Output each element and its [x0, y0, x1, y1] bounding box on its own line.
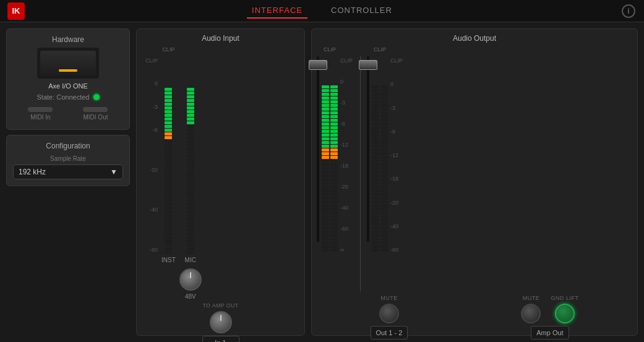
inst-clip-label: CLIP [162, 46, 174, 53]
inst-channel: CLIP [161, 46, 176, 300]
info-button[interactable]: i [622, 4, 635, 18]
input-scale: CLIP 0 -3 -6 -20 -40 -60 [142, 56, 158, 254]
mic-bar-1 [187, 56, 194, 254]
left-panel: Hardware Axe I/O ONE State: Connected MI… [6, 28, 130, 336]
logo: IK [7, 2, 25, 20]
midi-row: MIDI In MIDI Out [13, 105, 123, 123]
tab-bar: INTERFACE CONTROLLER [247, 3, 397, 19]
out12-fader-track [317, 56, 319, 242]
midi-out-pill [83, 107, 108, 112]
output-divider [360, 56, 361, 291]
out12-clip-label: CLIP [322, 46, 338, 252]
amp-mute-btn[interactable] [521, 304, 541, 323]
sample-rate-select[interactable]: 192 kHz ▼ [13, 165, 123, 179]
state-row: State: Connected [36, 93, 99, 101]
sample-rate-value: 192 kHz [19, 168, 46, 176]
out12-scale: CLIP 0 -3 -6 -12 -18 -20 -40 -60 ∞ [340, 56, 354, 254]
midi-in-pill [28, 107, 53, 112]
in1-label: In 1 [202, 336, 239, 342]
device-body [40, 51, 96, 75]
state-dot [93, 94, 100, 100]
gnd-lift-group: GND LIFT [551, 295, 578, 323]
amp-clip-label: CLIP [372, 46, 388, 252]
inst-label: INST [161, 257, 176, 263]
input-content: CLIP 0 -3 -6 -20 -40 -60 CLIP [142, 46, 299, 300]
midi-in-btn[interactable]: MIDI In [28, 107, 53, 121]
config-box: Configuration Sample Rate 192 kHz ▼ [6, 135, 130, 186]
out12-bottom: MUTE Out 1 - 2 [371, 295, 408, 340]
mic-vu-bars [187, 56, 194, 254]
hardware-title: Hardware [52, 35, 84, 44]
amp-fader-container [367, 56, 369, 242]
midi-out-label: MIDI Out [83, 114, 108, 121]
inst-vu-bars [165, 56, 172, 254]
v48-label: 48V [185, 293, 196, 300]
tab-controller[interactable]: CONTROLLER [326, 3, 397, 19]
out12-fader-handle[interactable] [309, 60, 327, 70]
out12-channel-label: Out 1 - 2 [371, 326, 408, 340]
midi-out-btn[interactable]: MIDI Out [83, 107, 108, 121]
audio-input-title: Audio Input [142, 34, 299, 43]
inst-bar-1 [165, 56, 172, 254]
audio-output-title: Audio Output [317, 34, 632, 43]
main-area: Hardware Axe I/O ONE State: Connected MI… [0, 22, 644, 342]
amp-mute-label: MUTE [523, 295, 540, 301]
amp-vu [372, 54, 388, 252]
mic-knob[interactable] [179, 268, 202, 291]
device-name: Axe I/O ONE [48, 82, 88, 90]
out12-fader-container [317, 56, 319, 242]
amp-controls-row: MUTE GND LIFT [521, 295, 578, 323]
mic-label: MIC [185, 257, 196, 263]
device-image [37, 48, 99, 79]
output-bottom: MUTE Out 1 - 2 MUTE GND LIFT [317, 295, 632, 340]
out12-vu [322, 54, 338, 252]
out12-mute-label: MUTE [380, 295, 398, 301]
state-label: State: Connected [36, 93, 89, 101]
sample-rate-label: Sample Rate [13, 155, 123, 162]
input-bottom: TO AMP OUT In 1 [142, 302, 299, 342]
output-content: CLIP [317, 46, 632, 291]
midi-in-label: MIDI In [30, 114, 50, 121]
tab-interface[interactable]: INTERFACE [247, 3, 307, 19]
top-bar: IK INTERFACE CONTROLLER i [0, 0, 644, 22]
to-amp-knob[interactable] [210, 311, 232, 333]
mic-channel: CLIP [179, 46, 202, 300]
amp-fader-track [367, 56, 369, 242]
amp-scale: CLIP 0 -3 -6 -12 -18 -20 -40 -60 [390, 56, 404, 254]
amp-out-bottom: MUTE GND LIFT Amp Out [521, 295, 578, 340]
gnd-lift-label: GND LIFT [551, 295, 578, 301]
out12-mute-btn[interactable] [379, 304, 399, 323]
config-title: Configuration [13, 142, 123, 150]
amp-fader-handle[interactable] [359, 60, 377, 70]
gnd-lift-btn[interactable] [555, 304, 575, 323]
to-amp-label: TO AMP OUT [202, 302, 238, 309]
amp-mute-group: MUTE [521, 295, 541, 323]
app-container: IK INTERFACE CONTROLLER i Hardware Axe I… [0, 0, 644, 342]
chevron-down-icon: ▼ [110, 168, 118, 176]
amp-out-channel-label: Amp Out [531, 326, 569, 340]
hardware-box: Hardware Axe I/O ONE State: Connected MI… [6, 28, 130, 130]
audio-input-panel: Audio Input CLIP 0 -3 -6 -20 -40 -60 [136, 28, 305, 336]
audio-output-panel: Audio Output CLIP [311, 28, 638, 336]
out12-section: CLIP [317, 46, 354, 254]
amp-out-section: CLIP [367, 46, 404, 254]
